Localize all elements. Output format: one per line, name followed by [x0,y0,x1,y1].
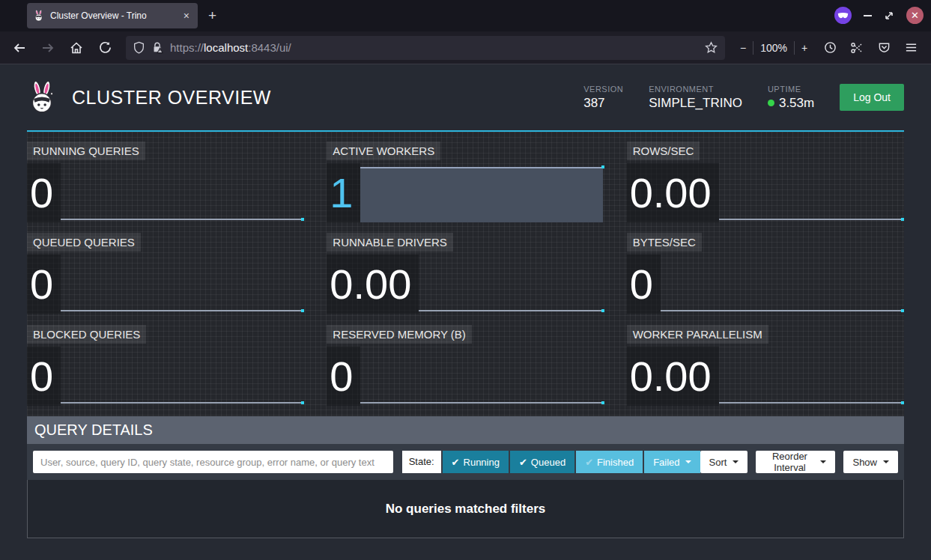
menu-hamburger-icon[interactable] [899,36,923,60]
tab-title: Cluster Overview - Trino [50,10,181,21]
state-filter-running[interactable]: ✔ Running [443,451,509,473]
zoom-level[interactable]: 100% [760,42,787,54]
query-search-input[interactable] [33,451,393,473]
caret-down-icon [733,460,739,463]
url-text: https://localhost:8443/ui/ [170,41,705,54]
screenshot-scissors-icon[interactable] [845,36,869,60]
cluster-stats-grid: RUNNING QUERIES 0 ACTIVE WORKERS 1 ROWS/… [27,132,904,416]
logout-button[interactable]: Log Out [840,84,904,111]
forward-icon[interactable] [36,36,60,60]
browser-navbar: https://localhost:8443/ui/ − 100% + [0,31,931,64]
stat-blocked-queries: BLOCKED QUERIES 0 [27,325,304,406]
stat-rows-per-sec: ROWS/SEC 0.00 [627,141,904,222]
back-icon[interactable] [7,36,31,60]
query-toolbar: State: ✔ Running ✔ Queued ✔ Finished Fai… [27,444,904,480]
home-icon[interactable] [64,36,88,60]
close-window-button[interactable]: ✕ [906,7,924,24]
sparkline-active-workers [360,163,604,222]
state-filter-group: State: ✔ Running ✔ Queued ✔ Finished Fai… [402,451,700,473]
page-title: CLUSTER OVERVIEW [72,87,271,109]
check-icon: ✔ [585,457,593,468]
stat-runnable-drivers: RUNNABLE DRIVERS 0.00 [327,233,604,314]
trino-cluster-overview-page: CLUSTER OVERVIEW VERSION 387 ENVIRONMENT… [0,64,931,560]
sparkline-runnable-drivers [419,255,604,314]
stat-active-workers: ACTIVE WORKERS 1 [327,141,604,222]
stat-queued-queries: QUEUED QUERIES 0 [27,233,304,314]
stat-running-queries: RUNNING QUERIES 0 [27,141,304,222]
sparkline-rows-per-sec [719,163,904,222]
pocket-icon[interactable] [872,36,896,60]
bookmark-star-icon[interactable] [705,41,718,54]
browser-tabstrip: Cluster Overview - Trino × + ✕ [0,0,931,31]
shield-icon[interactable] [133,41,145,54]
stat-bytes-per-sec: BYTES/SEC 0 [627,233,904,314]
trino-bunny-logo [27,80,58,115]
reorder-interval-dropdown[interactable]: Reorder Interval [756,451,835,473]
uptime-value: 3.53m [768,96,814,111]
version-value: 387 [583,96,623,111]
caret-down-icon [685,460,691,463]
minimize-button[interactable] [864,15,872,16]
sort-dropdown[interactable]: Sort [700,451,748,473]
private-browsing-icon [834,7,852,24]
check-icon: ✔ [452,457,460,468]
sparkline-worker-parallelism [719,347,904,406]
empty-queries-message: No queries matched filters [386,502,546,517]
uptime-label: UPTIME [768,85,814,94]
reload-icon[interactable] [93,36,117,60]
new-tab-button[interactable]: + [208,7,216,24]
sparkline-blocked-queries [61,347,304,406]
zoom-in-button[interactable]: + [801,42,807,54]
trino-favicon [33,10,45,22]
caret-down-icon [820,460,826,463]
lock-warning-icon[interactable] [151,41,163,54]
query-list-area: No queries matched filters [27,480,904,538]
state-filter-failed-dropdown[interactable]: Failed [644,451,700,473]
environment-value: SIMPLE_TRINO [649,96,742,111]
version-label: VERSION [583,85,623,94]
sparkline-bytes-per-sec [661,255,904,314]
environment-label: ENVIRONMENT [649,85,742,94]
caret-down-icon [883,460,889,463]
sparkline-reserved-memory [360,347,604,406]
restore-button[interactable] [884,10,894,21]
stat-reserved-memory: RESERVED MEMORY (B) 0 [327,325,604,406]
active-workers-link[interactable]: 1 [327,163,360,222]
query-details-section: QUERY DETAILS State: ✔ Running ✔ Queued … [27,416,904,538]
state-filter-finished[interactable]: ✔ Finished [576,451,643,473]
show-dropdown[interactable]: Show [843,451,898,473]
tab-close-icon[interactable]: × [181,10,192,22]
uptime-status-dot [768,100,774,106]
browser-tab[interactable]: Cluster Overview - Trino × [27,3,198,28]
stat-worker-parallelism: WORKER PARALLELISM 0.00 [627,325,904,406]
url-bar[interactable]: https://localhost:8443/ui/ [126,36,725,60]
query-details-title: QUERY DETAILS [34,421,153,439]
zoom-out-button[interactable]: − [740,42,746,54]
sparkline-running-queries [61,163,304,222]
state-filter-label: State: [402,451,441,473]
check-icon: ✔ [519,457,527,468]
sparkline-queued-queries [61,255,304,314]
history-clock-icon[interactable] [818,36,842,60]
state-filter-queued[interactable]: ✔ Queued [510,451,574,473]
